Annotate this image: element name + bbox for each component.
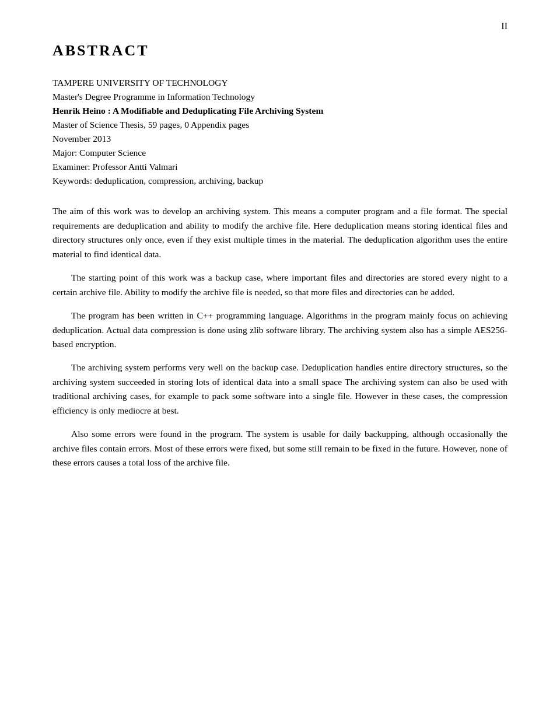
- programme-line: Master's Degree Programme in Information…: [52, 90, 508, 104]
- paragraph-1-text: The aim of this work was to develop an a…: [52, 206, 508, 258]
- meta5-line: Keywords: deduplication, compression, ar…: [52, 174, 508, 188]
- page-number: II: [501, 21, 508, 32]
- paragraph-3-text: The program has been written in C++ prog…: [52, 310, 508, 349]
- paragraph-4: The archiving system performs very well …: [52, 360, 508, 418]
- meta3-line: Major: Computer Science: [52, 146, 508, 160]
- paragraph-3: The program has been written in C++ prog…: [52, 309, 508, 351]
- paragraph-4-text: The archiving system performs very well …: [52, 362, 508, 415]
- paragraph-5-text: Also some errors were found in the progr…: [52, 429, 508, 467]
- paragraph-2-text: The starting point of this work was a ba…: [52, 272, 508, 296]
- university-line: TAMPERE UNIVERSITY OF TECHNOLOGY: [52, 76, 508, 90]
- abstract-title: ABSTRACT: [52, 42, 508, 60]
- meta4-line: Examiner: Professor Antti Valmari: [52, 160, 508, 174]
- paragraph-5: Also some errors were found in the progr…: [52, 427, 508, 470]
- body-text: The aim of this work was to develop an a…: [52, 204, 508, 470]
- paragraph-1: The aim of this work was to develop an a…: [52, 204, 508, 261]
- header-section: TAMPERE UNIVERSITY OF TECHNOLOGY Master'…: [52, 76, 508, 188]
- meta1-line: Master of Science Thesis, 59 pages, 0 Ap…: [52, 118, 508, 132]
- thesis-title-line: Henrik Heino : A Modifiable and Deduplic…: [52, 104, 508, 118]
- page: II ABSTRACT TAMPERE UNIVERSITY OF TECHNO…: [0, 0, 560, 728]
- meta2-line: November 2013: [52, 132, 508, 146]
- paragraph-2: The starting point of this work was a ba…: [52, 271, 508, 299]
